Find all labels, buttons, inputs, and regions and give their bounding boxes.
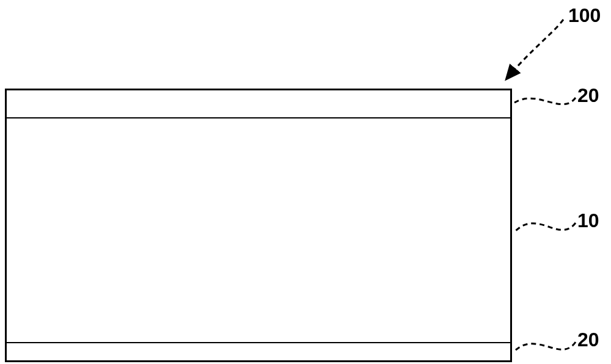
label-top-thin-layer: 20	[577, 86, 599, 105]
label-bottom-thin-layer: 20	[577, 330, 599, 349]
label-middle-layer: 10	[577, 211, 599, 230]
label-assembly: 100	[568, 5, 601, 25]
diagram-canvas: { "diagram": { "labels": { "assembly": "…	[0, 0, 611, 364]
leader-bottom-thin-layer	[0, 0, 611, 364]
